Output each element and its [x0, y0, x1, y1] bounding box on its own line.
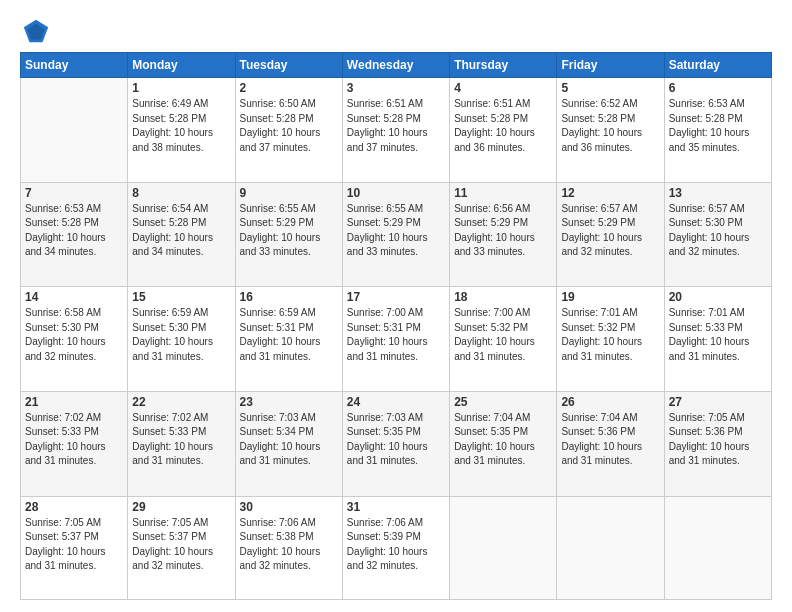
day-info: Sunrise: 7:05 AMSunset: 5:36 PMDaylight:…: [669, 411, 767, 469]
weekday-header-cell: Sunday: [21, 53, 128, 78]
day-number: 4: [454, 81, 552, 95]
calendar-day-cell: 21Sunrise: 7:02 AMSunset: 5:33 PMDayligh…: [21, 391, 128, 496]
day-number: 8: [132, 186, 230, 200]
calendar-day-cell: 9Sunrise: 6:55 AMSunset: 5:29 PMDaylight…: [235, 182, 342, 287]
day-info: Sunrise: 7:05 AMSunset: 5:37 PMDaylight:…: [25, 516, 123, 574]
day-info: Sunrise: 6:59 AMSunset: 5:30 PMDaylight:…: [132, 306, 230, 364]
day-info: Sunrise: 6:53 AMSunset: 5:28 PMDaylight:…: [25, 202, 123, 260]
calendar-day-cell: 30Sunrise: 7:06 AMSunset: 5:38 PMDayligh…: [235, 496, 342, 599]
calendar-day-cell: 25Sunrise: 7:04 AMSunset: 5:35 PMDayligh…: [450, 391, 557, 496]
day-info: Sunrise: 7:02 AMSunset: 5:33 PMDaylight:…: [132, 411, 230, 469]
calendar-day-cell: 4Sunrise: 6:51 AMSunset: 5:28 PMDaylight…: [450, 78, 557, 183]
day-info: Sunrise: 7:01 AMSunset: 5:33 PMDaylight:…: [669, 306, 767, 364]
day-number: 26: [561, 395, 659, 409]
day-info: Sunrise: 6:55 AMSunset: 5:29 PMDaylight:…: [240, 202, 338, 260]
calendar-day-cell: 29Sunrise: 7:05 AMSunset: 5:37 PMDayligh…: [128, 496, 235, 599]
day-number: 3: [347, 81, 445, 95]
weekday-header-cell: Wednesday: [342, 53, 449, 78]
calendar-day-cell: 28Sunrise: 7:05 AMSunset: 5:37 PMDayligh…: [21, 496, 128, 599]
logo: [20, 18, 50, 42]
day-number: 23: [240, 395, 338, 409]
calendar-day-cell: [664, 496, 771, 599]
day-number: 14: [25, 290, 123, 304]
weekday-header-cell: Monday: [128, 53, 235, 78]
day-number: 28: [25, 500, 123, 514]
calendar-day-cell: 2Sunrise: 6:50 AMSunset: 5:28 PMDaylight…: [235, 78, 342, 183]
calendar-day-cell: 31Sunrise: 7:06 AMSunset: 5:39 PMDayligh…: [342, 496, 449, 599]
weekday-header-cell: Friday: [557, 53, 664, 78]
day-info: Sunrise: 7:05 AMSunset: 5:37 PMDaylight:…: [132, 516, 230, 574]
day-number: 19: [561, 290, 659, 304]
day-info: Sunrise: 6:51 AMSunset: 5:28 PMDaylight:…: [454, 97, 552, 155]
day-info: Sunrise: 6:53 AMSunset: 5:28 PMDaylight:…: [669, 97, 767, 155]
calendar-day-cell: 27Sunrise: 7:05 AMSunset: 5:36 PMDayligh…: [664, 391, 771, 496]
day-number: 17: [347, 290, 445, 304]
day-number: 7: [25, 186, 123, 200]
day-info: Sunrise: 6:52 AMSunset: 5:28 PMDaylight:…: [561, 97, 659, 155]
calendar-day-cell: 14Sunrise: 6:58 AMSunset: 5:30 PMDayligh…: [21, 287, 128, 392]
day-info: Sunrise: 7:03 AMSunset: 5:34 PMDaylight:…: [240, 411, 338, 469]
calendar-day-cell: 22Sunrise: 7:02 AMSunset: 5:33 PMDayligh…: [128, 391, 235, 496]
day-number: 13: [669, 186, 767, 200]
calendar-day-cell: [450, 496, 557, 599]
calendar-day-cell: 10Sunrise: 6:55 AMSunset: 5:29 PMDayligh…: [342, 182, 449, 287]
day-info: Sunrise: 6:57 AMSunset: 5:29 PMDaylight:…: [561, 202, 659, 260]
day-info: Sunrise: 7:00 AMSunset: 5:32 PMDaylight:…: [454, 306, 552, 364]
day-number: 9: [240, 186, 338, 200]
day-number: 27: [669, 395, 767, 409]
header: [20, 18, 772, 42]
day-number: 20: [669, 290, 767, 304]
calendar-day-cell: 5Sunrise: 6:52 AMSunset: 5:28 PMDaylight…: [557, 78, 664, 183]
calendar-day-cell: 19Sunrise: 7:01 AMSunset: 5:32 PMDayligh…: [557, 287, 664, 392]
calendar-day-cell: [557, 496, 664, 599]
calendar-day-cell: 3Sunrise: 6:51 AMSunset: 5:28 PMDaylight…: [342, 78, 449, 183]
calendar-day-cell: 15Sunrise: 6:59 AMSunset: 5:30 PMDayligh…: [128, 287, 235, 392]
weekday-header-row: SundayMondayTuesdayWednesdayThursdayFrid…: [21, 53, 772, 78]
calendar-day-cell: 1Sunrise: 6:49 AMSunset: 5:28 PMDaylight…: [128, 78, 235, 183]
day-number: 24: [347, 395, 445, 409]
page: SundayMondayTuesdayWednesdayThursdayFrid…: [0, 0, 792, 612]
day-info: Sunrise: 6:54 AMSunset: 5:28 PMDaylight:…: [132, 202, 230, 260]
calendar-day-cell: 26Sunrise: 7:04 AMSunset: 5:36 PMDayligh…: [557, 391, 664, 496]
day-number: 15: [132, 290, 230, 304]
calendar-day-cell: 17Sunrise: 7:00 AMSunset: 5:31 PMDayligh…: [342, 287, 449, 392]
calendar-day-cell: 12Sunrise: 6:57 AMSunset: 5:29 PMDayligh…: [557, 182, 664, 287]
calendar-day-cell: 16Sunrise: 6:59 AMSunset: 5:31 PMDayligh…: [235, 287, 342, 392]
day-info: Sunrise: 7:00 AMSunset: 5:31 PMDaylight:…: [347, 306, 445, 364]
day-number: 11: [454, 186, 552, 200]
calendar-week-row: 14Sunrise: 6:58 AMSunset: 5:30 PMDayligh…: [21, 287, 772, 392]
day-number: 2: [240, 81, 338, 95]
day-info: Sunrise: 6:59 AMSunset: 5:31 PMDaylight:…: [240, 306, 338, 364]
calendar-day-cell: 24Sunrise: 7:03 AMSunset: 5:35 PMDayligh…: [342, 391, 449, 496]
calendar-day-cell: 11Sunrise: 6:56 AMSunset: 5:29 PMDayligh…: [450, 182, 557, 287]
calendar-week-row: 28Sunrise: 7:05 AMSunset: 5:37 PMDayligh…: [21, 496, 772, 599]
calendar-day-cell: 6Sunrise: 6:53 AMSunset: 5:28 PMDaylight…: [664, 78, 771, 183]
day-info: Sunrise: 6:56 AMSunset: 5:29 PMDaylight:…: [454, 202, 552, 260]
weekday-header-cell: Saturday: [664, 53, 771, 78]
day-info: Sunrise: 6:55 AMSunset: 5:29 PMDaylight:…: [347, 202, 445, 260]
day-info: Sunrise: 7:04 AMSunset: 5:35 PMDaylight:…: [454, 411, 552, 469]
day-number: 22: [132, 395, 230, 409]
day-number: 1: [132, 81, 230, 95]
day-info: Sunrise: 6:58 AMSunset: 5:30 PMDaylight:…: [25, 306, 123, 364]
day-info: Sunrise: 7:04 AMSunset: 5:36 PMDaylight:…: [561, 411, 659, 469]
day-number: 29: [132, 500, 230, 514]
day-number: 25: [454, 395, 552, 409]
calendar-day-cell: 13Sunrise: 6:57 AMSunset: 5:30 PMDayligh…: [664, 182, 771, 287]
day-number: 30: [240, 500, 338, 514]
calendar-day-cell: 7Sunrise: 6:53 AMSunset: 5:28 PMDaylight…: [21, 182, 128, 287]
day-info: Sunrise: 7:06 AMSunset: 5:38 PMDaylight:…: [240, 516, 338, 574]
day-info: Sunrise: 7:01 AMSunset: 5:32 PMDaylight:…: [561, 306, 659, 364]
day-info: Sunrise: 6:57 AMSunset: 5:30 PMDaylight:…: [669, 202, 767, 260]
day-info: Sunrise: 7:03 AMSunset: 5:35 PMDaylight:…: [347, 411, 445, 469]
calendar-day-cell: 23Sunrise: 7:03 AMSunset: 5:34 PMDayligh…: [235, 391, 342, 496]
calendar-day-cell: 18Sunrise: 7:00 AMSunset: 5:32 PMDayligh…: [450, 287, 557, 392]
calendar-day-cell: 8Sunrise: 6:54 AMSunset: 5:28 PMDaylight…: [128, 182, 235, 287]
day-number: 6: [669, 81, 767, 95]
day-info: Sunrise: 6:50 AMSunset: 5:28 PMDaylight:…: [240, 97, 338, 155]
day-info: Sunrise: 6:49 AMSunset: 5:28 PMDaylight:…: [132, 97, 230, 155]
calendar-body: 1Sunrise: 6:49 AMSunset: 5:28 PMDaylight…: [21, 78, 772, 600]
day-info: Sunrise: 6:51 AMSunset: 5:28 PMDaylight:…: [347, 97, 445, 155]
day-number: 31: [347, 500, 445, 514]
day-number: 5: [561, 81, 659, 95]
